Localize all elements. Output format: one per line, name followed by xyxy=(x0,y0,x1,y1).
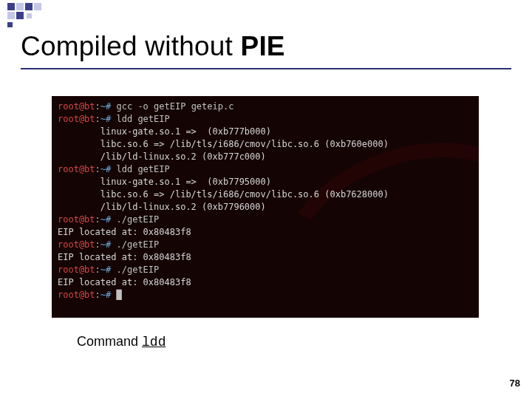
caption-command: ldd xyxy=(142,335,166,349)
command-text: ./getEIP xyxy=(111,214,159,225)
terminal-prompt-line: root@bt:~# ./getEIP xyxy=(58,214,473,226)
prompt-path: ~# xyxy=(100,114,111,124)
terminal-prompt-line: root@bt:~# █ xyxy=(58,289,473,301)
prompt-sep: : xyxy=(95,239,100,250)
prompt-user: root@bt xyxy=(58,239,95,250)
deco-square xyxy=(34,3,41,10)
page-number: 78 xyxy=(510,378,520,389)
terminal-prompt-line: root@bt:~# gcc -o getEIP geteip.c xyxy=(58,100,473,113)
deco-square xyxy=(27,13,32,18)
terminal-output-line: EIP located at: 0x80483f8 xyxy=(58,226,473,239)
prompt-path: ~# xyxy=(100,265,111,275)
deco-square xyxy=(7,3,15,10)
caption: Command ldd xyxy=(77,334,166,349)
deco-square xyxy=(7,12,15,19)
prompt-sep: : xyxy=(95,101,100,112)
terminal-prompt-line: root@bt:~# ./getEIP xyxy=(58,264,473,276)
terminal-output-line: EIP located at: 0x80483f8 xyxy=(58,276,473,289)
command-text: gcc -o getEIP geteip.c xyxy=(111,101,233,112)
prompt-path: ~# xyxy=(100,239,111,250)
prompt-user: root@bt xyxy=(58,265,95,275)
terminal-prompt-line: root@bt:~# ldd getEIP xyxy=(58,163,473,176)
command-text: ldd getEIP xyxy=(111,164,169,174)
deco-square xyxy=(7,22,13,27)
deco-square xyxy=(16,3,24,10)
prompt-user: root@bt xyxy=(58,214,95,225)
prompt-path: ~# xyxy=(100,214,111,225)
terminal-output-line: linux-gate.so.1 => (0xb777b000) xyxy=(58,126,473,138)
terminal-output-line: linux-gate.so.1 => (0xb7795000) xyxy=(58,176,473,188)
command-text: ./getEIP xyxy=(111,265,159,275)
prompt-sep: : xyxy=(95,290,100,300)
cursor-icon: █ xyxy=(111,290,121,300)
terminal-prompt-line: root@bt:~# ./getEIP xyxy=(58,239,473,251)
title-text-bold: PIE xyxy=(241,31,285,61)
slide-title: Compiled without PIE xyxy=(21,31,285,62)
terminal-screenshot: root@bt:~# gcc -o getEIP geteip.croot@bt… xyxy=(52,96,479,318)
prompt-user: root@bt xyxy=(58,290,95,300)
prompt-user: root@bt xyxy=(58,114,95,124)
deco-square xyxy=(25,3,33,10)
terminal-output-line: EIP located at: 0x80483f8 xyxy=(58,251,473,264)
prompt-sep: : xyxy=(95,214,100,225)
prompt-path: ~# xyxy=(100,164,111,174)
terminal-output-line: /lib/ld-linux.so.2 (0xb777c000) xyxy=(58,151,473,163)
prompt-sep: : xyxy=(95,114,100,124)
prompt-path: ~# xyxy=(100,101,111,112)
title-underline xyxy=(21,68,511,69)
title-text-plain: Compiled without xyxy=(21,31,241,61)
caption-label: Command xyxy=(77,334,142,349)
terminal-output-line: /lib/ld-linux.so.2 (0xb7796000) xyxy=(58,201,473,214)
prompt-user: root@bt xyxy=(58,101,95,112)
prompt-sep: : xyxy=(95,265,100,275)
command-text: ldd getEIP xyxy=(111,114,169,124)
prompt-sep: : xyxy=(95,164,100,174)
terminal-prompt-line: root@bt:~# ldd getEIP xyxy=(58,113,473,126)
command-text: ./getEIP xyxy=(111,239,159,250)
slide-deco-squares xyxy=(7,3,74,24)
prompt-user: root@bt xyxy=(58,164,95,174)
deco-square xyxy=(16,12,24,19)
prompt-path: ~# xyxy=(100,290,111,300)
terminal-output-line: libc.so.6 => /lib/tls/i686/cmov/libc.so.… xyxy=(58,138,473,151)
terminal-output-line: libc.so.6 => /lib/tls/i686/cmov/libc.so.… xyxy=(58,188,473,201)
